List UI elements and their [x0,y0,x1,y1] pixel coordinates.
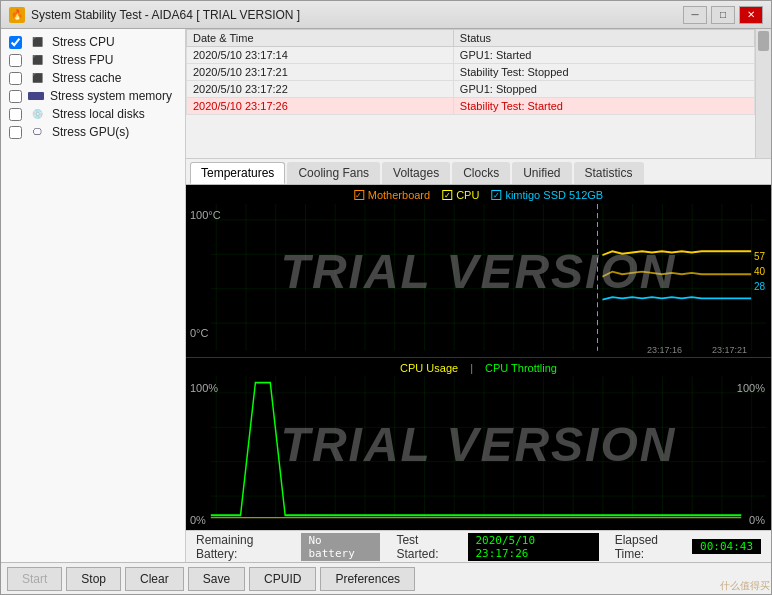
stress-cpu-item[interactable]: ⬛ Stress CPU [1,33,185,51]
table-row: 2020/5/10 23:17:21Stability Test: Stoppe… [187,64,755,81]
log-table: Date & Time Status 2020/5/10 23:17:14GPU… [186,29,755,115]
cpu-y-top-right: 100% [737,382,765,394]
x-label-1: 23:17:16 [647,345,682,355]
cpu-usage-chart-bg: TRIAL VERSION CPU Usage | CPU Throttling… [186,358,771,530]
stop-button[interactable]: Stop [66,567,121,591]
cpu-y-bottom-left: 0% [190,514,206,526]
log-status: Stability Test: Stopped [453,64,754,81]
log-area: Date & Time Status 2020/5/10 23:17:14GPU… [186,29,771,158]
status-bar: Remaining Battery: No battery Test Start… [186,530,771,562]
cpu-usage-chart-svg [186,358,771,530]
stress-cpu-checkbox[interactable] [9,36,22,49]
cpu-y-bottom-right: 0% [749,514,765,526]
tab-statistics[interactable]: Statistics [574,162,644,184]
test-started-status: Test Started: 2020/5/10 23:17:26 [396,533,598,561]
temperature-chart-svg [186,185,771,357]
log-scrollbar[interactable] [755,29,771,158]
stress-memory-checkbox[interactable] [9,90,22,103]
main-content: ⬛ Stress CPU ⬛ Stress FPU ⬛ Stress cache… [1,29,771,562]
start-button[interactable]: Start [7,567,62,591]
stress-cache-item[interactable]: ⬛ Stress cache [1,69,185,87]
tab-voltages[interactable]: Voltages [382,162,450,184]
cache-icon: ⬛ [28,71,46,85]
ssd-check: ✓ [491,190,501,200]
disk-icon: 💿 [28,107,46,121]
title-bar-left: 🔥 System Stability Test - AIDA64 [ TRIAL… [9,7,300,23]
cpuid-button[interactable]: CPUID [249,567,316,591]
legend-separator: | [470,362,473,374]
x-label-2: 23:17:21 [712,345,747,355]
preferences-button[interactable]: Preferences [320,567,415,591]
battery-status: Remaining Battery: No battery [196,533,380,561]
log-datetime: 2020/5/10 23:17:14 [187,47,454,64]
col-datetime: Date & Time [187,30,454,47]
col-status: Status [453,30,754,47]
test-started-value: 2020/5/10 23:17:26 [468,533,599,561]
log-status: GPU1: Started [453,47,754,64]
stress-gpu-item[interactable]: 🖵 Stress GPU(s) [1,123,185,141]
save-button[interactable]: Save [188,567,245,591]
stress-fpu-item[interactable]: ⬛ Stress FPU [1,51,185,69]
motherboard-label: Motherboard [368,189,430,201]
log-status: Stability Test: Started [453,98,754,115]
elapsed-label: Elapsed Time: [615,533,686,561]
temperature-chart: TRIAL VERSION ✓ Motherboard ✓ CPU [186,185,771,358]
stress-cache-checkbox[interactable] [9,72,22,85]
log-status: GPU1: Stopped [453,81,754,98]
clear-button[interactable]: Clear [125,567,184,591]
tab-temperatures[interactable]: Temperatures [190,162,285,184]
tab-clocks[interactable]: Clocks [452,162,510,184]
app-icon: 🔥 [9,7,25,23]
stress-disks-checkbox[interactable] [9,108,22,121]
table-row: 2020/5/10 23:17:22GPU1: Stopped [187,81,755,98]
table-row: 2020/5/10 23:17:14GPU1: Started [187,47,755,64]
log-table-wrapper: Date & Time Status 2020/5/10 23:17:14GPU… [186,29,755,158]
motherboard-check: ✓ [354,190,364,200]
temp-y-top: 100°C [190,209,221,221]
stress-gpu-label: Stress GPU(s) [52,125,129,139]
tab-unified[interactable]: Unified [512,162,571,184]
temp-x-labels: 23:17:16 23:17:21 [647,345,747,355]
log-table-container: Date & Time Status 2020/5/10 23:17:14GPU… [186,29,771,159]
fpu-icon: ⬛ [28,53,46,67]
temp-val-3: 28 [754,281,765,292]
elapsed-time-status: Elapsed Time: 00:04:43 [615,533,761,561]
tabs-bar: TemperaturesCooling FansVoltagesClocksUn… [186,159,771,185]
elapsed-value: 00:04:43 [692,539,761,554]
bottom-bar: Start Stop Clear Save CPUID Preferences … [1,562,771,594]
svg-rect-1 [211,204,766,351]
stress-cpu-label: Stress CPU [52,35,115,49]
main-window: 🔥 System Stability Test - AIDA64 [ TRIAL… [0,0,772,595]
close-button[interactable]: ✕ [739,6,763,24]
legend-ssd: ✓ kimtigo SSD 512GB [491,189,603,201]
cpu-usage-legend-label: CPU Usage [400,362,458,374]
cpu-throttling-legend-label: CPU Throttling [485,362,557,374]
ssd-label: kimtigo SSD 512GB [505,189,603,201]
temp-val-1: 57 [754,251,765,262]
temp-right-values: 57 40 28 [754,251,765,292]
log-datetime: 2020/5/10 23:17:21 [187,64,454,81]
gpu-icon: 🖵 [28,125,46,139]
cpu-usage-legend: CPU Usage | CPU Throttling [400,362,557,374]
stress-memory-item[interactable]: Stress system memory [1,87,185,105]
legend-motherboard: ✓ Motherboard [354,189,430,201]
tab-cooling-fans[interactable]: Cooling Fans [287,162,380,184]
stress-fpu-checkbox[interactable] [9,54,22,67]
right-panel: Date & Time Status 2020/5/10 23:17:14GPU… [186,29,771,562]
cpu-usage-chart: TRIAL VERSION CPU Usage | CPU Throttling… [186,358,771,530]
temp-y-bottom: 0°C [190,327,208,339]
maximize-button[interactable]: □ [711,6,735,24]
stress-gpu-checkbox[interactable] [9,126,22,139]
stress-cache-label: Stress cache [52,71,121,85]
window-title: System Stability Test - AIDA64 [ TRIAL V… [31,8,300,22]
charts-area: TRIAL VERSION ✓ Motherboard ✓ CPU [186,185,771,530]
cpu-icon: ⬛ [28,35,46,49]
battery-label: Remaining Battery: [196,533,295,561]
stress-memory-label: Stress system memory [50,89,172,103]
stress-disks-item[interactable]: 💿 Stress local disks [1,105,185,123]
title-controls: ─ □ ✕ [683,6,763,24]
title-bar: 🔥 System Stability Test - AIDA64 [ TRIAL… [1,1,771,29]
cpu-check: ✓ [442,190,452,200]
minimize-button[interactable]: ─ [683,6,707,24]
temperature-chart-bg: TRIAL VERSION ✓ Motherboard ✓ CPU [186,185,771,357]
